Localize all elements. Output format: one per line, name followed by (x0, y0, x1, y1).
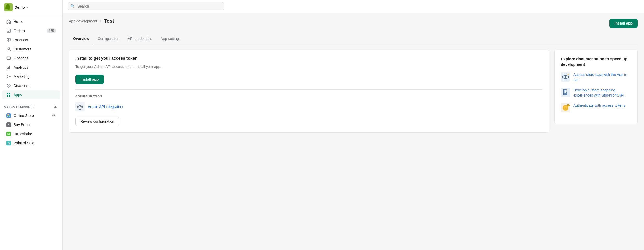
sidebar-item-home[interactable]: Home (2, 17, 60, 26)
admin-api-doc-link[interactable]: Access store data with the Admin API (573, 72, 631, 82)
svg-rect-14 (9, 95, 10, 97)
svg-rect-19 (82, 106, 83, 108)
tabs: Overview Configuration API credentials A… (69, 33, 638, 44)
breadcrumb-current: Test (104, 18, 114, 24)
discounts-icon (6, 83, 11, 88)
tab-app-settings[interactable]: App settings (156, 33, 185, 44)
sidebar-item-home-label: Home (14, 20, 23, 24)
sidebar-item-buy-button[interactable]: B Buy Button (2, 120, 60, 129)
apps-icon (6, 92, 11, 97)
sidebar-item-products-label: Products (14, 38, 28, 42)
sidebar-item-apps-label: Apps (14, 93, 22, 97)
admin-api-link[interactable]: Admin API integration (88, 105, 123, 109)
sidebar-item-handshake[interactable]: hs Handshake (2, 129, 60, 138)
sidebar-item-finances[interactable]: Finances (2, 54, 60, 63)
svg-point-10 (9, 86, 10, 87)
breadcrumb: App development > Test (69, 18, 114, 24)
svg-rect-17 (79, 109, 81, 110)
page-header: App development > Test Install app (69, 18, 638, 28)
sidebar-item-point-of-sale[interactable]: 🖨 Point of Sale (2, 139, 60, 147)
sidebar-item-marketing[interactable]: Marketing (2, 72, 60, 81)
documentation-card: Explore documentation to speed up develo… (554, 50, 638, 124)
documentation-title: Explore documentation to speed up develo… (561, 56, 631, 67)
svg-rect-13 (7, 95, 8, 97)
sidebar-item-customers[interactable]: Customers (2, 45, 60, 53)
svg-point-2 (8, 47, 10, 49)
marketing-icon (6, 74, 11, 79)
sales-channels-label: Sales channels (4, 105, 35, 109)
review-config-button[interactable]: Review configuration (75, 117, 119, 126)
add-sales-channel-button[interactable]: + (53, 105, 58, 110)
home-icon (6, 19, 11, 24)
online-store-icon: 🏪 (6, 113, 11, 118)
sidebar-item-analytics[interactable]: Analytics (2, 63, 60, 72)
orders-icon (6, 28, 11, 33)
sidebar-header: Demo ▼ (0, 0, 62, 15)
svg-rect-43 (564, 92, 566, 93)
buy-button-icon: B (6, 122, 11, 127)
storefront-api-doc-link[interactable]: Develop custom shopping experiences with… (573, 88, 631, 98)
sidebar-item-discounts[interactable]: Discounts (2, 81, 60, 90)
search-bar: 🔍 (68, 2, 224, 10)
svg-rect-34 (567, 79, 568, 79)
sidebar-item-discounts-label: Discounts (14, 84, 29, 88)
svg-rect-21 (82, 104, 82, 105)
svg-rect-31 (563, 75, 564, 75)
tab-configuration[interactable]: Configuration (93, 33, 123, 44)
handshake-icon: hs (6, 132, 11, 136)
shopify-logo-icon (4, 3, 13, 11)
eye-icon[interactable]: 👁 (52, 114, 56, 118)
customers-icon (6, 47, 11, 51)
svg-rect-18 (77, 106, 78, 108)
svg-rect-30 (568, 76, 569, 78)
svg-rect-41 (564, 90, 567, 91)
main-area: 🔍 App development > Test Install app Ove… (63, 0, 644, 250)
content: App development > Test Install app Overv… (63, 13, 644, 250)
svg-rect-16 (79, 104, 81, 104)
sidebar-item-analytics-label: Analytics (14, 65, 28, 69)
sales-channels-list: 🏪 Online Store 👁 B Buy Button hs Handsha… (0, 111, 62, 148)
svg-rect-33 (563, 79, 564, 79)
sidebar-item-products[interactable]: Products (2, 35, 60, 44)
svg-rect-29 (562, 76, 563, 78)
storefront-api-doc-icon (561, 88, 570, 97)
sidebar: Demo ▼ Home Orders 865 (0, 0, 63, 250)
admin-api-icon (75, 102, 85, 111)
tab-overview[interactable]: Overview (69, 33, 93, 44)
tab-api-credentials[interactable]: API credentials (124, 33, 156, 44)
point-of-sale-icon: 🖨 (6, 141, 11, 145)
buy-button-label: Buy Button (14, 123, 32, 127)
svg-rect-28 (565, 80, 566, 80)
sidebar-item-customers-label: Customers (14, 47, 31, 51)
svg-rect-4 (7, 68, 8, 69)
install-app-card-button[interactable]: Install app (75, 75, 104, 84)
main-nav: Home Orders 865 Products (0, 15, 62, 102)
store-dropdown-icon: ▼ (26, 6, 28, 9)
sidebar-item-online-store[interactable]: 🏪 Online Store 👁 (2, 111, 60, 120)
analytics-icon (6, 65, 11, 70)
search-icon: 🔍 (70, 4, 75, 8)
svg-rect-42 (564, 91, 567, 92)
config-item-admin-api: Admin API integration (75, 102, 543, 111)
svg-rect-40 (563, 89, 564, 95)
topbar: 🔍 (63, 0, 644, 13)
main-card: Install to get your access token To get … (69, 50, 549, 133)
products-icon (6, 38, 11, 42)
access-tokens-doc-link[interactable]: Authenticate with access tokens (573, 103, 625, 108)
card-divider (75, 89, 543, 90)
svg-point-25 (80, 106, 81, 107)
sidebar-item-apps[interactable]: Apps (2, 90, 60, 99)
install-app-header-button[interactable]: Install app (609, 19, 638, 28)
breadcrumb-parent[interactable]: App development (69, 19, 97, 23)
svg-rect-6 (9, 66, 10, 69)
svg-point-9 (8, 85, 8, 85)
sidebar-item-orders[interactable]: Orders 865 (2, 26, 60, 35)
search-input[interactable] (68, 2, 224, 10)
admin-api-doc-icon (561, 72, 570, 82)
store-name[interactable]: Demo ▼ (15, 5, 28, 9)
doc-item-access-tokens: $ Authenticate with access tokens (561, 103, 631, 112)
svg-point-8 (7, 76, 8, 77)
orders-badge: 865 (47, 28, 56, 33)
svg-rect-27 (565, 74, 566, 74)
sidebar-item-marketing-label: Marketing (14, 74, 29, 79)
